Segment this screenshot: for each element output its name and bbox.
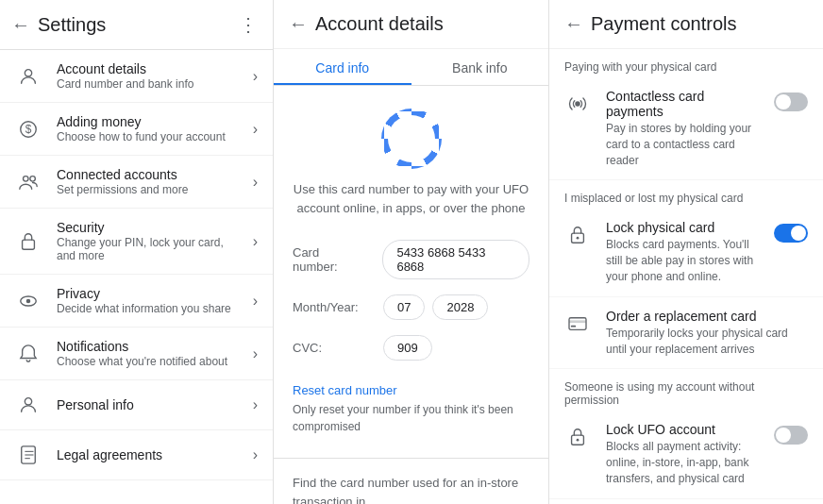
tabs: Card info Bank info — [274, 49, 548, 86]
lock-ufo-text: Lock UFO account Blocks all payment acti… — [606, 422, 759, 486]
svg-rect-17 — [569, 320, 586, 323]
right-panel-header: ← Payment controls — [549, 0, 823, 49]
svg-point-8 — [25, 398, 31, 405]
month-value: 07 — [383, 294, 425, 320]
svg-point-3 — [24, 176, 29, 181]
account-details-sub: Card number and bank info — [57, 77, 238, 91]
account-details-title: Account details — [315, 13, 444, 35]
legal-agreements-label: Legal agreements — [57, 447, 238, 462]
reset-card-link[interactable]: Reset card number — [274, 368, 548, 401]
right-back-icon[interactable]: ← — [564, 13, 583, 35]
notifications-label: Notifications — [57, 339, 238, 354]
back-icon[interactable]: ← — [11, 14, 30, 36]
replacement-icon — [564, 311, 591, 337]
svg-text:$: $ — [25, 123, 32, 136]
replacement-sub: Temporarily locks your physical card unt… — [606, 326, 808, 358]
middle-panel: ← Account details Card info Bank info Us… — [274, 0, 549, 504]
svg-point-15 — [577, 237, 579, 240]
sidebar-item-account-details[interactable]: Account details Card number and bank inf… — [0, 50, 273, 103]
account-details-icon — [15, 63, 42, 90]
recent-activity-text: Find the card number used for an in-stor… — [274, 466, 548, 504]
more-icon[interactable]: ⋮ — [239, 13, 258, 36]
svg-point-7 — [26, 298, 31, 303]
personal-info-label: Personal info — [57, 397, 238, 412]
lock-physical-sub: Blocks card payments. You'll still be ab… — [606, 237, 759, 284]
legal-agreements-chevron: › — [253, 446, 258, 463]
settings-title: Settings — [38, 14, 106, 36]
reset-card-sub: Only reset your number if you think it's… — [274, 401, 548, 450]
lock-ufo-sub: Blocks all payment activity: online, in-… — [606, 439, 759, 486]
settings-items-list: Account details Card number and bank inf… — [0, 50, 273, 480]
card-number-label: Card number: — [293, 245, 367, 274]
lock-ufo-toggle-thumb — [776, 428, 791, 443]
sidebar-item-privacy[interactable]: Privacy Decide what information you shar… — [0, 275, 273, 328]
card-number-value: 5433 6868 5433 6868 — [382, 240, 529, 279]
year-value: 2028 — [432, 294, 488, 320]
svg-point-0 — [25, 69, 31, 76]
notifications-text: Notifications Choose what you're notifie… — [57, 339, 238, 368]
svg-point-20 — [577, 439, 579, 442]
privacy-sub: Decide what information you share — [57, 302, 238, 315]
contactless-toggle-thumb — [776, 94, 791, 109]
sidebar-item-adding-money[interactable]: $ Adding money Choose how to fund your a… — [0, 103, 273, 156]
sidebar-item-connected-accounts[interactable]: Connected accounts Set permissions and m… — [0, 156, 273, 209]
tab-card-info[interactable]: Card info — [274, 49, 412, 85]
sidebar-item-personal-info[interactable]: Personal info › — [0, 380, 273, 430]
account-details-text: Account details Card number and bank inf… — [57, 61, 238, 91]
lock-ufo-label: Lock UFO account — [606, 422, 759, 437]
security-sub: Change your PIN, lock your card, and mor… — [57, 236, 238, 262]
card-logo — [381, 109, 442, 169]
middle-panel-header: ← Account details — [274, 0, 548, 49]
adding-money-label: Adding money — [57, 114, 238, 129]
cvc-value: 909 — [383, 335, 432, 361]
lock-physical-text: Lock physical card Blocks card payments.… — [606, 220, 759, 284]
card-circle-inner — [388, 115, 435, 162]
notifications-icon — [15, 341, 42, 367]
month-year-field: Month/Year: 07 2028 — [274, 287, 548, 328]
cvc-field: CVC: 909 — [274, 328, 548, 368]
sidebar-item-legal-agreements[interactable]: Legal agreements › — [0, 430, 273, 480]
legal-agreements-text: Legal agreements — [57, 447, 238, 462]
unauthorized-section-label: Someone is using my account without perm… — [549, 369, 823, 411]
lock-physical-label: Lock physical card — [606, 220, 759, 235]
privacy-text: Privacy Decide what information you shar… — [57, 286, 238, 315]
sidebar-item-security[interactable]: Security Change your PIN, lock your card… — [0, 209, 273, 275]
adding-money-sub: Choose how to fund your account — [57, 130, 238, 143]
payment-controls-title: Payment controls — [591, 13, 737, 35]
contactless-toggle[interactable] — [774, 92, 808, 111]
lock-physical-item: Lock physical card Blocks card payments.… — [549, 209, 823, 296]
card-number-field: Card number: 5433 6868 5433 6868 — [274, 232, 548, 287]
account-details-label: Account details — [57, 61, 238, 76]
month-year-values: 07 2028 — [383, 294, 488, 320]
security-label: Security — [57, 220, 238, 235]
privacy-chevron: › — [253, 293, 258, 310]
tab-bank-info[interactable]: Bank info — [412, 49, 549, 85]
lock-physical-toggle[interactable] — [774, 224, 808, 243]
connected-accounts-sub: Set permissions and more — [57, 183, 238, 196]
card-description: Use this card number to pay with your UF… — [274, 180, 548, 232]
privacy-icon — [15, 288, 42, 314]
adding-money-chevron: › — [253, 121, 258, 138]
svg-point-4 — [30, 176, 36, 181]
left-panel: ← Settings ⋮ Account details Card number… — [0, 0, 274, 504]
left-panel-header-left: ← Settings — [11, 14, 106, 36]
cvc-label: CVC: — [293, 341, 368, 355]
replacement-text: Order a replacement card Temporarily loc… — [606, 309, 808, 358]
connected-accounts-text: Connected accounts Set permissions and m… — [57, 167, 238, 196]
connected-accounts-chevron: › — [253, 174, 258, 191]
contactless-icon — [564, 91, 591, 117]
svg-rect-5 — [23, 240, 35, 249]
sidebar-item-notifications[interactable]: Notifications Choose what you're notifie… — [0, 328, 273, 380]
reset-number-item: Reset card number Only reset your number… — [549, 499, 823, 504]
lock-ufo-toggle[interactable] — [774, 426, 808, 445]
contactless-text: Contactless card payments Pay in stores … — [606, 89, 759, 168]
lost-card-section-label: I misplaced or lost my physical card — [549, 180, 823, 209]
notifications-sub: Choose what you're notified about — [57, 355, 238, 368]
connected-accounts-label: Connected accounts — [57, 167, 238, 182]
security-chevron: › — [253, 233, 258, 250]
svg-rect-18 — [571, 326, 576, 328]
adding-money-text: Adding money Choose how to fund your acc… — [57, 114, 238, 143]
middle-back-icon[interactable]: ← — [289, 13, 308, 35]
security-text: Security Change your PIN, lock your card… — [57, 220, 238, 262]
svg-point-13 — [575, 101, 580, 107]
